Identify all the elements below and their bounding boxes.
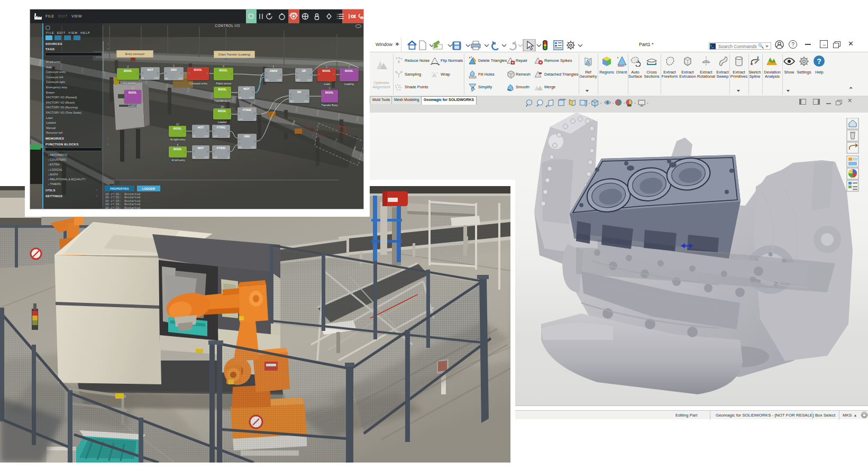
svg-text:?: ? xyxy=(817,57,821,66)
